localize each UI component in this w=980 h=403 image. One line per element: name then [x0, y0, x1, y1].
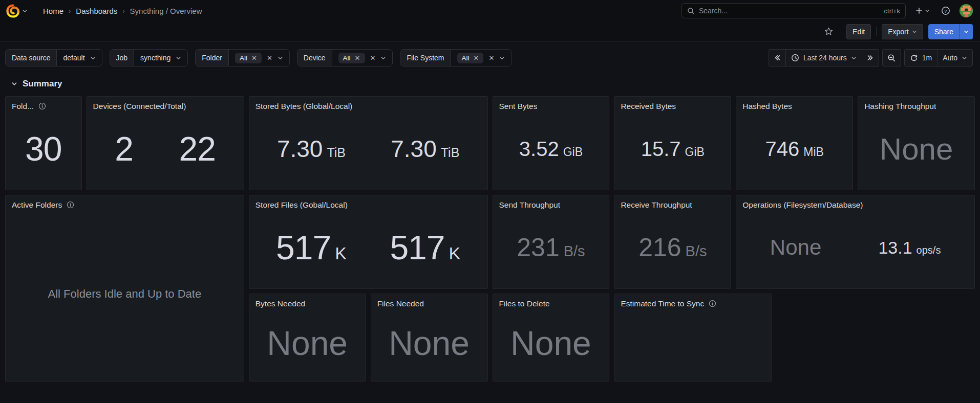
breadcrumb-current: Syncthing / Overview [130, 7, 202, 15]
chevron-down-icon [278, 55, 283, 61]
selected-value-chip[interactable]: All ✕ [235, 53, 262, 63]
panel-title[interactable]: Hashed Bytes [742, 102, 792, 111]
stat-value: 231B/s [517, 233, 585, 262]
user-avatar[interactable] [960, 4, 973, 17]
chevron-down-icon [22, 8, 28, 14]
remove-value-icon[interactable]: ✕ [474, 55, 479, 61]
panel-title[interactable]: Received Bytes [621, 102, 676, 111]
info-icon[interactable] [67, 201, 74, 209]
panel-title[interactable]: Send Throughput [499, 200, 561, 210]
stat-value: 30 [25, 129, 61, 168]
breadcrumb: Home › Dashboards › Syncthing / Overview [43, 7, 202, 15]
chevron-down-icon [962, 55, 967, 61]
clear-all-icon[interactable]: ✕ [488, 55, 494, 61]
panel-title[interactable]: Fold... [12, 102, 34, 111]
zoom-out-group [882, 49, 901, 66]
panel-title[interactable]: Files Needed [377, 299, 424, 308]
chevron-down-icon [90, 55, 96, 61]
time-range-picker[interactable]: Last 24 hours [785, 50, 862, 66]
filter-label: File System [400, 50, 451, 66]
time-shift-back-button[interactable] [769, 50, 785, 66]
edit-button[interactable]: Edit [846, 24, 871, 39]
clear-all-icon[interactable]: ✕ [370, 55, 376, 61]
breadcrumb-dashboards[interactable]: Dashboards [76, 7, 117, 15]
panel-files-needed: Files Needed None [371, 294, 488, 382]
export-button[interactable]: Export [882, 24, 923, 39]
add-new-button[interactable] [913, 5, 932, 17]
stat-value: 2 [115, 129, 133, 168]
chevron-down-icon [176, 55, 181, 61]
panel-hashed-bytes: Hashed Bytes 746MiB [736, 96, 853, 190]
time-controls: Last 24 hours 1m [769, 49, 973, 66]
refresh-button[interactable]: 1m [905, 50, 937, 66]
panel-sent-bytes: Sent Bytes 3.52GiB [493, 96, 610, 190]
device-multiselect[interactable]: All ✕ ✕ [332, 50, 393, 66]
stat-value: None [880, 131, 953, 167]
refresh-interval-label: 1m [922, 54, 932, 62]
selected-value-chip[interactable]: All ✕ [338, 53, 365, 63]
search-input[interactable] [699, 7, 880, 15]
folder-multiselect[interactable]: All ✕ ✕ [229, 50, 289, 66]
panel-title[interactable]: Devices (Connected/Total) [93, 102, 186, 111]
stat-value: 13.1ops/s [878, 238, 941, 258]
data-source-select[interactable]: default [57, 50, 101, 66]
grafana-logo-menu[interactable] [6, 4, 28, 18]
share-split-button: Share [928, 24, 973, 39]
panel-receive-throughput: Receive Throughput 216B/s [614, 195, 731, 289]
search-shortcut: ctrl+k [884, 7, 900, 15]
variables-and-time-bar: Data source default Job syncthing Folder [0, 42, 980, 72]
panel-title[interactable]: Files to Delete [499, 299, 550, 308]
refresh-interval-select[interactable]: Auto [937, 50, 972, 66]
share-button[interactable]: Share [928, 24, 960, 39]
panel-title[interactable]: Receive Throughput [621, 200, 692, 210]
remove-value-icon[interactable]: ✕ [355, 55, 360, 61]
clock-icon [791, 54, 799, 62]
help-icon: ? [941, 6, 950, 15]
breadcrumb-home[interactable]: Home [43, 7, 63, 15]
info-icon[interactable] [38, 102, 46, 110]
panel-estimated-time-to-sync: Estimated Time to Sync [614, 294, 772, 382]
panel-title[interactable]: Bytes Needed [255, 299, 305, 308]
selected-value-chip[interactable]: All ✕ [457, 53, 484, 63]
panel-title[interactable]: Estimated Time to Sync [621, 299, 704, 308]
chevron-down-icon [11, 81, 17, 87]
panel-title[interactable]: Operations (Filesystem/Database) [742, 200, 863, 210]
search-box[interactable]: ctrl+k [681, 3, 906, 18]
stat-value: None [510, 324, 591, 363]
time-range-label: Last 24 hours [803, 54, 847, 62]
zoom-out-button[interactable] [883, 50, 901, 66]
clear-all-icon[interactable]: ✕ [267, 55, 272, 61]
filter-label: Job [110, 50, 135, 66]
panel-operations: Operations (Filesystem/Database) None 13… [736, 195, 975, 289]
filter-label: Folder [196, 50, 229, 66]
stat-value: 22 [179, 129, 216, 168]
stat-value: 15.7GiB [641, 138, 705, 161]
chevron-down-icon [925, 8, 930, 13]
file-system-multiselect[interactable]: All ✕ ✕ [451, 50, 512, 66]
time-shift-forward-button[interactable] [862, 50, 879, 66]
stat-value: 3.52GiB [519, 138, 583, 161]
panel-title[interactable]: Sent Bytes [499, 102, 538, 111]
panel-title[interactable]: Hashing Throughput [864, 102, 936, 111]
filter-file-system: File System All ✕ ✕ [400, 49, 512, 66]
panel-title[interactable]: Stored Bytes (Global/Local) [255, 102, 353, 111]
job-select[interactable]: syncthing [134, 50, 187, 66]
filter-label: Device [297, 50, 332, 66]
share-menu-button[interactable] [960, 24, 973, 39]
filter-data-source: Data source default [5, 49, 102, 66]
panel-title[interactable]: Active Folders [12, 200, 62, 210]
remove-value-icon[interactable]: ✕ [251, 55, 257, 61]
filter-label: Data source [6, 50, 57, 66]
breadcrumb-separator-icon: › [69, 7, 71, 15]
panel-title[interactable]: Stored Files (Gobal/Local) [255, 200, 348, 210]
info-icon[interactable] [709, 300, 716, 307]
top-nav: Home › Dashboards › Syncthing / Overview… [0, 0, 980, 21]
panel-active-folders: Active Folders All Folders Idle and Up t… [5, 195, 244, 382]
panel-received-bytes: Received Bytes 15.7GiB [614, 96, 731, 190]
help-button[interactable]: ? [939, 4, 952, 17]
summary-section-toggle[interactable]: Summary [0, 72, 980, 94]
chevron-down-icon [912, 29, 917, 34]
favorite-star-button[interactable] [822, 25, 836, 38]
svg-text:?: ? [944, 8, 947, 14]
time-range-group: Last 24 hours [769, 49, 879, 66]
